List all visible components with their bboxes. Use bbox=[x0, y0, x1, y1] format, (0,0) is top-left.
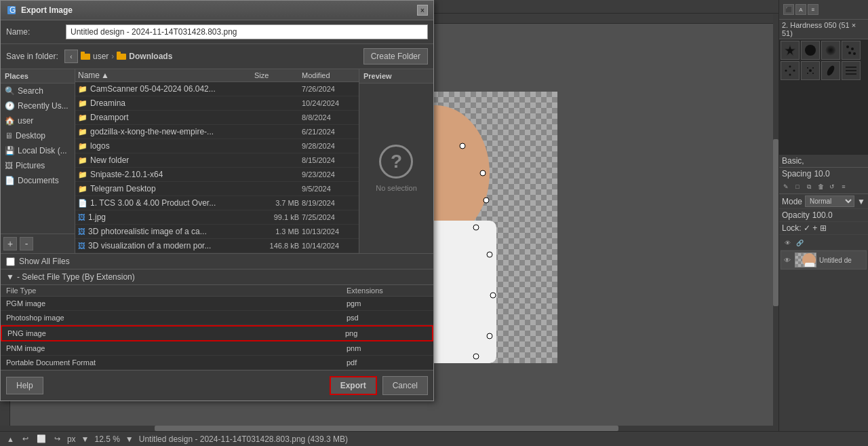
file-row[interactable]: 📁 Dreamina 10/24/2024 bbox=[75, 96, 359, 111]
mode-select[interactable]: Normal bbox=[805, 196, 854, 207]
panel-tool-edit[interactable]: ✎ bbox=[781, 181, 791, 192]
file-row[interactable]: 📁 Snipaste-2.10.1-x64 9/23/2024 bbox=[75, 168, 359, 182]
file-date: 8/19/2024 bbox=[302, 199, 356, 207]
panel-tool-dup[interactable]: ⧉ bbox=[804, 181, 814, 192]
footer-right: Export Cancel bbox=[330, 376, 428, 395]
file-row[interactable]: 📄 1. TCS 3.00 & 4.00 Product Over... 3.7… bbox=[75, 196, 359, 210]
svg-point-13 bbox=[473, 225, 479, 230]
ft-ext-pnm: pnm bbox=[347, 344, 428, 352]
place-item-user[interactable]: 🏠 user bbox=[1, 113, 75, 128]
file-type-row-pnm[interactable]: PNM image pnm bbox=[1, 341, 433, 356]
layer-visibility-toggle[interactable]: 👁 bbox=[783, 255, 792, 265]
place-item-search[interactable]: 🔍 Search bbox=[1, 83, 75, 98]
nav-back-button[interactable]: ‹ bbox=[64, 50, 78, 63]
file-type-header[interactable]: ▼ - Select File Type (By Extension) bbox=[1, 270, 433, 285]
show-all-check[interactable]: Show All Files bbox=[6, 257, 428, 266]
document-icon: 📄 bbox=[78, 199, 87, 208]
svg-point-25 bbox=[825, 45, 836, 56]
places-add-button[interactable]: + bbox=[3, 237, 17, 250]
layer-tool-chain[interactable]: 🔗 bbox=[794, 238, 805, 248]
panel-icon-btn[interactable]: ≡ bbox=[808, 4, 818, 15]
file-row[interactable]: 📁 Telegram Desktop 9/5/2024 bbox=[75, 182, 359, 196]
svg-rect-52 bbox=[81, 54, 90, 60]
brush-swatch-star[interactable] bbox=[781, 41, 800, 60]
breadcrumb-downloads[interactable]: Downloads bbox=[129, 52, 172, 61]
dialog-close-button[interactable]: × bbox=[417, 5, 428, 16]
file-date: 10/24/2024 bbox=[302, 99, 356, 107]
spacing-value: 10.0 bbox=[814, 169, 829, 179]
svg-rect-55 bbox=[117, 52, 121, 54]
layer-tool-eye[interactable]: 👁 bbox=[782, 238, 793, 248]
panel-tool-del[interactable]: 🗑 bbox=[815, 181, 826, 192]
create-folder-button[interactable]: Create Folder bbox=[363, 48, 428, 64]
place-item-recent[interactable]: 🕐 Recently Us... bbox=[1, 98, 75, 113]
col-name-header[interactable]: Name ▲ bbox=[78, 71, 254, 80]
panel-tool-refresh[interactable]: ↺ bbox=[827, 181, 837, 192]
col-modified-header[interactable]: Modified bbox=[302, 71, 356, 79]
breadcrumb-user[interactable]: user bbox=[93, 52, 108, 61]
file-row[interactable]: 📁 logos 9/28/2024 bbox=[75, 139, 359, 153]
layer-item[interactable]: 👁 Untitled de bbox=[781, 250, 867, 270]
file-date: 9/5/2024 bbox=[302, 185, 356, 193]
dialog-footer: Help Export Cancel bbox=[1, 370, 433, 401]
panel-icon-btn[interactable]: A bbox=[795, 4, 806, 15]
user-home-icon: 🏠 bbox=[5, 116, 15, 126]
place-item-pictures[interactable]: 🖼 Pictures bbox=[1, 158, 75, 173]
ft-name-png: PNG image bbox=[7, 329, 345, 337]
file-row[interactable]: 📁 Dreamport 8/8/2024 bbox=[75, 111, 359, 125]
layer-name: Untitled de bbox=[819, 257, 865, 264]
place-item-documents[interactable]: 📄 Documents bbox=[1, 173, 75, 188]
file-type-row-psd[interactable]: Photoshop image psd bbox=[1, 311, 433, 325]
file-size: 3.7 MB bbox=[254, 199, 302, 207]
brush-swatch-scatter1[interactable] bbox=[842, 41, 861, 60]
file-type-row-pgm[interactable]: PGM image pgm bbox=[1, 297, 433, 311]
cancel-button[interactable]: Cancel bbox=[382, 376, 428, 395]
preview-question-mark: ? bbox=[379, 145, 413, 179]
brush-swatch-lines[interactable] bbox=[842, 61, 861, 80]
col-size-header[interactable]: Size bbox=[254, 71, 302, 79]
folder-label: Save in folder: bbox=[6, 52, 60, 61]
filename-input[interactable] bbox=[66, 24, 428, 39]
ft-name-pgm: PGM image bbox=[6, 299, 347, 308]
brush-swatch-soft[interactable] bbox=[821, 41, 840, 60]
breadcrumb-separator: › bbox=[111, 52, 114, 61]
file-type-row-png[interactable]: PNG image png bbox=[1, 325, 433, 341]
fth-name: File Type bbox=[6, 286, 347, 295]
panel-tool-new[interactable]: □ bbox=[792, 181, 803, 192]
panel-icon-btn[interactable]: ⬛ bbox=[783, 4, 794, 15]
file-row[interactable]: 📁 CamScanner 05-04-2024 06.042... 7/26/2… bbox=[75, 82, 359, 96]
scrollbar-vertical[interactable] bbox=[773, 14, 778, 431]
brush-swatch-circle[interactable] bbox=[801, 41, 820, 60]
file-name: New folder bbox=[90, 155, 129, 165]
export-button[interactable]: Export bbox=[330, 376, 377, 395]
image-icon: 🖼 bbox=[78, 227, 85, 236]
brush-swatch-leaf[interactable] bbox=[821, 61, 840, 80]
brush-swatch-scatter3[interactable] bbox=[801, 61, 820, 80]
brush-label: 2. Hardness 050 (51 × 51) bbox=[779, 20, 868, 39]
file-type-row-pdf[interactable]: Portable Document Format pdf bbox=[1, 356, 433, 370]
file-row[interactable]: 🖼 3D visualization of a modern por... 14… bbox=[75, 239, 359, 253]
scroll-thumb-vertical[interactable] bbox=[773, 139, 778, 306]
dialog-icon: G bbox=[6, 5, 17, 16]
no-selection-text: No selection bbox=[376, 184, 417, 192]
ft-ext-pgm: pgm bbox=[347, 299, 428, 308]
file-row[interactable]: 📁 godzilla-x-kong-the-new-empire-... 6/2… bbox=[75, 125, 359, 139]
show-all-row: Show All Files bbox=[1, 253, 433, 270]
panel-tool-menu[interactable]: ≡ bbox=[838, 181, 849, 192]
collapse-icon: ▼ bbox=[6, 272, 14, 282]
place-item-localdisk[interactable]: 💾 Local Disk (... bbox=[1, 143, 75, 158]
brush-swatch-scatter2[interactable] bbox=[781, 61, 800, 80]
svg-point-33 bbox=[789, 74, 791, 76]
show-all-checkbox[interactable] bbox=[6, 257, 15, 266]
file-row[interactable]: 🖼 3D photorealistic image of a ca... 1.3… bbox=[75, 225, 359, 239]
help-button[interactable]: Help bbox=[6, 377, 43, 394]
places-remove-button[interactable]: - bbox=[20, 237, 33, 250]
places-header: Places bbox=[1, 69, 75, 83]
file-row[interactable]: 📁 New folder 8/15/2024 bbox=[75, 153, 359, 168]
place-item-desktop[interactable]: 🖥 Desktop bbox=[1, 128, 75, 143]
folder-icon: 📁 bbox=[78, 185, 87, 193]
folder-icon: 📁 bbox=[78, 156, 87, 165]
file-list-panel: Name ▲ Size Modified 📁 CamScanner 05-04-… bbox=[75, 69, 359, 253]
file-row[interactable]: 🖼 1.jpg 99.1 kB 7/25/2024 bbox=[75, 210, 359, 225]
svg-marker-23 bbox=[785, 45, 795, 56]
